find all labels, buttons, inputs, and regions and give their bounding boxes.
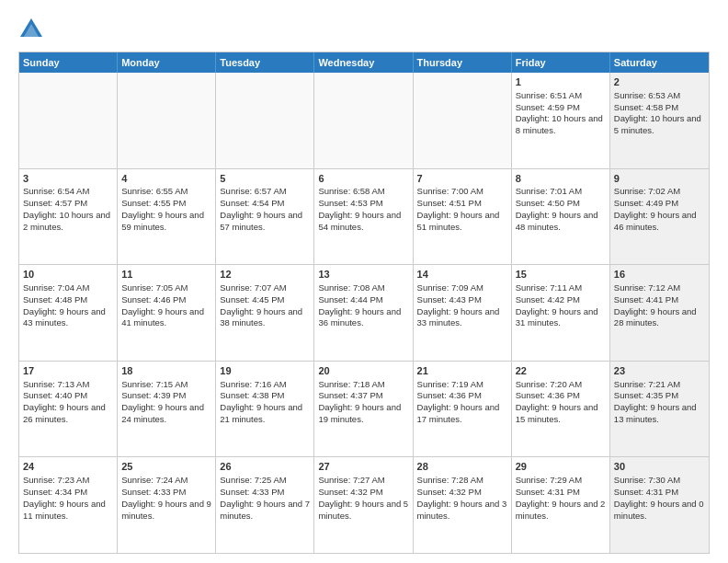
day-info: Sunrise: 7:16 AM Sunset: 4:38 PM Dayligh… [220,379,302,424]
day-cell-19: 19Sunrise: 7:16 AM Sunset: 4:38 PM Dayli… [216,362,314,457]
day-info: Sunrise: 7:27 AM Sunset: 4:32 PM Dayligh… [318,475,408,520]
day-info: Sunrise: 7:02 AM Sunset: 4:49 PM Dayligh… [614,186,697,231]
logo [18,17,48,42]
day-number: 26 [220,460,310,474]
day-info: Sunrise: 7:23 AM Sunset: 4:34 PM Dayligh… [23,475,106,520]
day-cell-18: 18Sunrise: 7:15 AM Sunset: 4:39 PM Dayli… [118,362,216,457]
day-number: 16 [614,268,705,282]
day-cell-15: 15Sunrise: 7:11 AM Sunset: 4:42 PM Dayli… [512,265,610,361]
day-number: 14 [417,268,507,282]
day-cell-9: 9Sunrise: 7:02 AM Sunset: 4:49 PM Daylig… [610,169,709,265]
day-info: Sunrise: 7:01 AM Sunset: 4:50 PM Dayligh… [516,186,598,231]
day-number: 27 [318,460,408,474]
day-info: Sunrise: 7:28 AM Sunset: 4:32 PM Dayligh… [417,475,507,520]
day-number: 3 [23,172,113,186]
header [18,17,710,42]
calendar: SundayMondayTuesdayWednesdayThursdayFrid… [18,52,710,554]
day-number: 17 [23,364,113,378]
weekday-header-sunday: Sunday [19,52,118,73]
day-cell-21: 21Sunrise: 7:19 AM Sunset: 4:36 PM Dayli… [414,362,512,457]
calendar-row-2: 10Sunrise: 7:04 AM Sunset: 4:48 PM Dayli… [19,264,709,361]
day-info: Sunrise: 7:25 AM Sunset: 4:33 PM Dayligh… [220,475,310,520]
calendar-row-0: 1Sunrise: 6:51 AM Sunset: 4:59 PM Daylig… [19,73,709,168]
day-info: Sunrise: 7:18 AM Sunset: 4:37 PM Dayligh… [318,379,401,424]
day-cell-27: 27Sunrise: 7:27 AM Sunset: 4:32 PM Dayli… [314,457,413,553]
day-cell-25: 25Sunrise: 7:24 AM Sunset: 4:33 PM Dayli… [118,457,216,553]
day-cell-30: 30Sunrise: 7:30 AM Sunset: 4:31 PM Dayli… [610,457,709,553]
empty-cell-0-1 [118,73,216,168]
day-info: Sunrise: 7:21 AM Sunset: 4:35 PM Dayligh… [614,379,697,424]
day-cell-6: 6Sunrise: 6:58 AM Sunset: 4:53 PM Daylig… [314,169,413,265]
day-info: Sunrise: 6:54 AM Sunset: 4:57 PM Dayligh… [23,186,110,231]
day-cell-17: 17Sunrise: 7:13 AM Sunset: 4:40 PM Dayli… [19,362,118,457]
calendar-body: 1Sunrise: 6:51 AM Sunset: 4:59 PM Daylig… [19,73,709,553]
empty-cell-0-0 [19,73,118,168]
day-cell-5: 5Sunrise: 6:57 AM Sunset: 4:54 PM Daylig… [216,169,314,265]
day-number: 30 [614,460,705,474]
day-number: 25 [121,460,211,474]
weekday-header-thursday: Thursday [414,52,512,73]
day-cell-29: 29Sunrise: 7:29 AM Sunset: 4:31 PM Dayli… [512,457,610,553]
weekday-header-tuesday: Tuesday [216,52,314,73]
day-cell-22: 22Sunrise: 7:20 AM Sunset: 4:36 PM Dayli… [512,362,610,457]
day-number: 19 [220,364,310,378]
day-cell-13: 13Sunrise: 7:08 AM Sunset: 4:44 PM Dayli… [314,265,413,361]
calendar-row-3: 17Sunrise: 7:13 AM Sunset: 4:40 PM Dayli… [19,361,709,457]
day-info: Sunrise: 7:29 AM Sunset: 4:31 PM Dayligh… [516,475,606,520]
day-info: Sunrise: 7:24 AM Sunset: 4:33 PM Dayligh… [121,475,211,520]
day-number: 9 [614,172,705,186]
day-cell-11: 11Sunrise: 7:05 AM Sunset: 4:46 PM Dayli… [118,265,216,361]
empty-cell-0-3 [314,73,413,168]
day-number: 1 [516,75,606,89]
day-info: Sunrise: 7:09 AM Sunset: 4:43 PM Dayligh… [417,282,500,327]
day-number: 22 [516,364,606,378]
calendar-row-4: 24Sunrise: 7:23 AM Sunset: 4:34 PM Dayli… [19,456,709,553]
day-cell-16: 16Sunrise: 7:12 AM Sunset: 4:41 PM Dayli… [610,265,709,361]
day-info: Sunrise: 7:08 AM Sunset: 4:44 PM Dayligh… [318,282,401,327]
day-number: 29 [516,460,606,474]
day-cell-4: 4Sunrise: 6:55 AM Sunset: 4:55 PM Daylig… [118,169,216,265]
day-cell-1: 1Sunrise: 6:51 AM Sunset: 4:59 PM Daylig… [512,73,610,168]
day-number: 20 [318,364,408,378]
day-number: 10 [23,268,113,282]
calendar-header: SundayMondayTuesdayWednesdayThursdayFrid… [19,52,709,73]
day-cell-8: 8Sunrise: 7:01 AM Sunset: 4:50 PM Daylig… [512,169,610,265]
day-info: Sunrise: 7:30 AM Sunset: 4:31 PM Dayligh… [614,475,704,520]
day-info: Sunrise: 6:57 AM Sunset: 4:54 PM Dayligh… [220,186,302,231]
day-cell-14: 14Sunrise: 7:09 AM Sunset: 4:43 PM Dayli… [414,265,512,361]
logo-icon [18,17,44,42]
day-info: Sunrise: 6:55 AM Sunset: 4:55 PM Dayligh… [121,186,204,231]
day-number: 2 [614,75,705,89]
day-info: Sunrise: 7:04 AM Sunset: 4:48 PM Dayligh… [23,282,106,327]
day-cell-7: 7Sunrise: 7:00 AM Sunset: 4:51 PM Daylig… [414,169,512,265]
day-number: 4 [121,172,211,186]
day-number: 6 [318,172,408,186]
calendar-row-1: 3Sunrise: 6:54 AM Sunset: 4:57 PM Daylig… [19,168,709,265]
day-cell-12: 12Sunrise: 7:07 AM Sunset: 4:45 PM Dayli… [216,265,314,361]
day-info: Sunrise: 7:13 AM Sunset: 4:40 PM Dayligh… [23,379,106,424]
day-number: 23 [614,364,705,378]
page: SundayMondayTuesdayWednesdayThursdayFrid… [0,0,728,563]
day-number: 18 [121,364,211,378]
day-cell-20: 20Sunrise: 7:18 AM Sunset: 4:37 PM Dayli… [314,362,413,457]
day-number: 21 [417,364,507,378]
day-number: 28 [417,460,507,474]
day-info: Sunrise: 7:20 AM Sunset: 4:36 PM Dayligh… [516,379,598,424]
day-number: 12 [220,268,310,282]
day-info: Sunrise: 7:15 AM Sunset: 4:39 PM Dayligh… [121,379,204,424]
day-number: 13 [318,268,408,282]
day-number: 5 [220,172,310,186]
day-cell-23: 23Sunrise: 7:21 AM Sunset: 4:35 PM Dayli… [610,362,709,457]
day-number: 7 [417,172,507,186]
day-info: Sunrise: 6:53 AM Sunset: 4:58 PM Dayligh… [614,90,701,135]
day-cell-28: 28Sunrise: 7:28 AM Sunset: 4:32 PM Dayli… [414,457,512,553]
day-info: Sunrise: 7:11 AM Sunset: 4:42 PM Dayligh… [516,282,598,327]
day-info: Sunrise: 7:00 AM Sunset: 4:51 PM Dayligh… [417,186,500,231]
day-cell-10: 10Sunrise: 7:04 AM Sunset: 4:48 PM Dayli… [19,265,118,361]
day-cell-24: 24Sunrise: 7:23 AM Sunset: 4:34 PM Dayli… [19,457,118,553]
weekday-header-friday: Friday [512,52,610,73]
weekday-header-saturday: Saturday [610,52,709,73]
day-cell-3: 3Sunrise: 6:54 AM Sunset: 4:57 PM Daylig… [19,169,118,265]
weekday-header-wednesday: Wednesday [314,52,413,73]
empty-cell-0-2 [216,73,314,168]
